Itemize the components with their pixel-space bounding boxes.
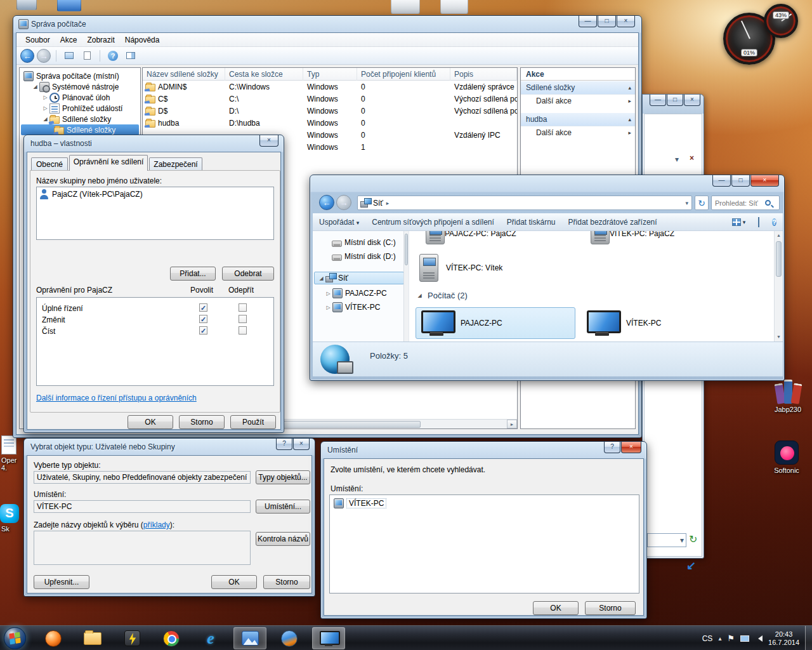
desktop-icon-opera[interactable]: Oper 4. — [0, 435, 24, 472]
dialog-titlebar[interactable]: hudba – vlastnosti × — [24, 135, 284, 152]
ok-button[interactable]: OK — [128, 415, 173, 429]
forward-button[interactable]: → — [37, 49, 51, 63]
cancel-button[interactable]: Storno — [263, 575, 310, 589]
ok-button[interactable]: OK — [533, 601, 579, 615]
scroll-right-button[interactable]: ► — [507, 420, 517, 428]
help-button[interactable]: ? — [276, 439, 292, 450]
refresh-icon[interactable]: ↻ — [689, 533, 697, 545]
access-control-link[interactable]: Další informace o řízení přístupu a oprá… — [36, 394, 197, 402]
scrollbar-thumb[interactable] — [776, 241, 782, 277]
group-header[interactable]: ◢ Počítač (2) — [416, 291, 468, 300]
views-button[interactable]: ▾ — [726, 218, 752, 226]
minimize-button[interactable]: — — [579, 16, 597, 27]
location-tree[interactable]: VÍTEK-PC — [329, 494, 639, 594]
permissions-list[interactable]: Úplné řízení ✓ Změnit ✓ Číst ✓ — [36, 297, 274, 386]
deny-checkbox-uplne-rizeni[interactable] — [239, 303, 247, 312]
scroll-down-button[interactable]: ▼ — [775, 333, 783, 342]
computer-tile-vitek[interactable]: VÍTEK-PC — [582, 307, 742, 339]
apply-button[interactable]: Použít — [230, 415, 276, 429]
maximize-button[interactable]: □ — [598, 16, 616, 27]
taskbar-photo-viewer[interactable] — [233, 627, 266, 649]
object-names-textarea[interactable] — [34, 531, 251, 565]
tab-zabezpeceni[interactable]: Zabezpečení — [149, 157, 202, 171]
taskbar-media-player[interactable] — [37, 627, 70, 649]
desktop-icon-softonic[interactable]: Softonic — [763, 441, 811, 474]
menu-akce[interactable]: Akce — [55, 34, 82, 46]
expander-icon[interactable]: ◢ — [31, 84, 39, 90]
back-button[interactable]: ← — [319, 195, 334, 210]
object-type-field[interactable] — [34, 471, 251, 484]
taskbar-internet-explorer[interactable]: e — [194, 627, 227, 649]
tree-item-event-viewer[interactable]: ▷ Prohlížeč událostí — [20, 103, 140, 114]
background-window-titlebar[interactable]: — □ × — [643, 95, 704, 114]
search-input[interactable] — [712, 199, 765, 207]
media-item-pajacz[interactable]: PAJACZ-PC: PajaCZ — [419, 231, 578, 245]
nav-item-pajacz-pc[interactable]: ▷ PAJACZ-PC — [324, 287, 387, 300]
media-item-vitek1[interactable]: VITEK-PC: PajaCZ — [584, 231, 743, 245]
start-button[interactable] — [4, 627, 26, 649]
add-wireless-button[interactable]: Přidat bezdrátové zařízení — [562, 218, 664, 227]
allow-checkbox-cist[interactable]: ✓ — [199, 326, 207, 335]
nav-item-network[interactable]: ◢ Síť — [314, 272, 404, 284]
maximize-button[interactable]: □ — [667, 95, 683, 106]
explorer-titlebar[interactable]: — □ × — [310, 175, 784, 192]
actions-section-shared-folders[interactable]: Sdílené složky ▴ — [521, 81, 635, 95]
group-list-item[interactable]: PajaCZ (Vítek-PC\PajaCZ) — [37, 187, 273, 201]
share-row-hudba[interactable]: hudba D:\hudbaWindows 0 — [143, 117, 517, 129]
cpu-meter-gadget[interactable]: 01% 43% — [722, 3, 799, 70]
allow-checkbox-zmenit[interactable]: ✓ — [199, 315, 207, 323]
desktop-icon-fragment[interactable] — [57, 0, 81, 11]
close-button[interactable]: × — [750, 175, 779, 187]
tab-obecne[interactable]: Obecné — [31, 157, 68, 171]
column-header-type[interactable]: Typ — [303, 68, 357, 81]
dropdown-caret-icon[interactable]: ▾ — [675, 155, 679, 164]
ok-button[interactable]: OK — [211, 575, 257, 589]
deny-checkbox-zmenit[interactable] — [239, 315, 247, 323]
minimize-button[interactable]: — — [712, 175, 731, 187]
expander-icon[interactable]: ▷ — [41, 95, 49, 100]
close-button[interactable]: × — [293, 439, 310, 450]
location-field[interactable] — [34, 500, 251, 513]
tab-opravneni-ke-sdileni[interactable]: Oprávnění ke sdílení — [69, 155, 148, 171]
taskbar-app-orb[interactable] — [273, 627, 306, 649]
group-list[interactable]: PajaCZ (Vítek-PC\PajaCZ) — [36, 187, 274, 240]
computer-tile-pajacz[interactable]: PAJACZ-PC — [416, 307, 575, 339]
tree-item-computer-management[interactable]: Správa počítače (místní) — [20, 70, 140, 81]
cancel-button[interactable]: Storno — [585, 601, 636, 615]
nav-item-vitek-pc[interactable]: ▷ VÍTEK-PC — [324, 301, 380, 314]
breadcrumb[interactable]: Síť — [373, 199, 383, 208]
address-bar[interactable]: Síť ▸ ▾ — [357, 196, 692, 210]
organize-button[interactable]: Uspořádat ▾ — [313, 218, 365, 227]
close-button[interactable]: × — [621, 442, 641, 453]
expander-icon[interactable]: ◢ — [41, 116, 49, 122]
taskbar-winamp[interactable] — [115, 627, 148, 649]
network-center-button[interactable]: Centrum síťových připojení a sdílení — [365, 218, 501, 227]
scrollbar-thumb[interactable] — [405, 234, 408, 265]
network-tray-icon[interactable] — [740, 635, 749, 642]
maximize-button[interactable]: □ — [731, 175, 750, 187]
examples-link[interactable]: příklady — [143, 521, 170, 529]
actions-item-dalsi-akce-2[interactable]: Další akce ▸ — [521, 126, 635, 139]
language-indicator[interactable]: CS — [702, 634, 713, 643]
search-box[interactable] — [711, 196, 780, 210]
nav-scrollbar[interactable] — [403, 231, 409, 342]
breadcrumb-arrow-icon[interactable]: ▸ — [383, 200, 393, 206]
main-scrollbar[interactable]: ▲ ▼ — [774, 231, 783, 342]
close-button[interactable]: × — [684, 95, 700, 106]
forward-button[interactable]: → — [336, 195, 351, 210]
close-button[interactable]: × — [617, 16, 635, 27]
console-tree-button[interactable] — [62, 49, 77, 63]
check-names-button[interactable]: Kontrola názvů — [256, 532, 310, 546]
column-header-name[interactable]: Název sdílené složky — [143, 68, 225, 81]
tree-item-system-tools[interactable]: ◢ Systémové nástroje — [20, 81, 140, 92]
nav-item-disk-c[interactable]: Místní disk (C:) — [332, 236, 396, 249]
share-row-admin[interactable]: ADMIN$ C:\WindowsWindows 0Vzdálený správ… — [143, 81, 517, 93]
desktop-icon-jabp230[interactable]: Jabp230 — [761, 377, 812, 413]
dialog-titlebar[interactable]: Vybrat objekt typu: Uživatelé nebo Skupi… — [24, 439, 315, 455]
help-button[interactable]: ? — [604, 442, 620, 453]
close-button[interactable]: × — [259, 135, 278, 147]
scroll-up-button[interactable]: ▲ — [775, 231, 783, 240]
help-button[interactable]: ? — [766, 217, 783, 227]
share-row-c[interactable]: C$ C:\Windows 0Výchozí sdílená pol — [143, 93, 517, 105]
refresh-button[interactable]: ↻ — [695, 196, 709, 210]
